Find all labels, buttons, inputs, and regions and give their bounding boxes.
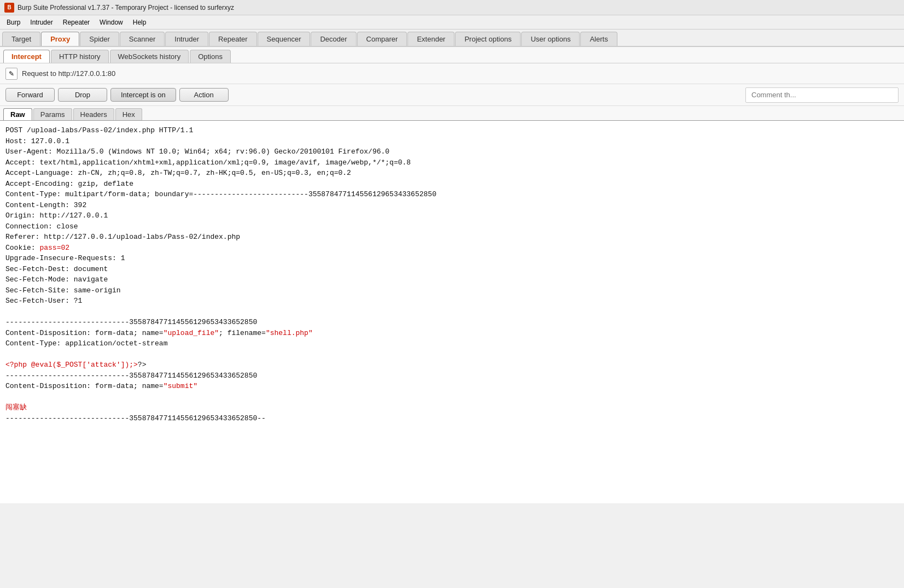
view-tab-hex[interactable]: Hex — [115, 108, 142, 120]
tab-extender[interactable]: Extender — [407, 32, 454, 46]
sub-tabs: Intercept HTTP history WebSockets histor… — [0, 47, 904, 63]
subtab-intercept[interactable]: Intercept — [3, 50, 50, 63]
tab-alerts[interactable]: Alerts — [580, 32, 617, 46]
menu-intruder[interactable]: Intruder — [26, 17, 57, 27]
request-url: Request to http://127.0.0.1:80 — [22, 69, 115, 78]
tab-intruder[interactable]: Intruder — [165, 32, 208, 46]
subtab-http-history[interactable]: HTTP history — [51, 50, 109, 63]
menu-bar: Burp Intruder Repeater Window Help — [0, 15, 904, 30]
forward-button[interactable]: Forward — [5, 88, 55, 102]
intercept-toggle-button[interactable]: Intercept is on — [110, 88, 176, 102]
tab-sequencer[interactable]: Sequencer — [258, 32, 311, 46]
title-text: Burp Suite Professional v1.7.37 - Tempor… — [18, 4, 234, 11]
request-content[interactable]: POST /upload-labs/Pass-02/index.php HTTP… — [0, 121, 904, 503]
menu-window[interactable]: Window — [95, 17, 127, 27]
tab-user-options[interactable]: User options — [521, 32, 580, 46]
menu-help[interactable]: Help — [129, 17, 151, 27]
app-icon: B — [4, 3, 14, 13]
upload-file-name-attr: "upload_file" — [164, 329, 219, 337]
tab-project-options[interactable]: Project options — [455, 32, 521, 46]
pencil-icon: ✎ — [5, 68, 18, 80]
main-tabs: Target Proxy Spider Scanner Intruder Rep… — [0, 30, 904, 47]
tab-spider[interactable]: Spider — [80, 32, 119, 46]
drop-button[interactable]: Drop — [58, 88, 107, 102]
view-tabs: Raw Params Headers Hex — [0, 106, 904, 121]
subtab-options[interactable]: Options — [190, 50, 231, 63]
php-payload: <?php @eval($_POST['attack']);> — [5, 361, 138, 369]
cookie-value: pass=02 — [39, 244, 69, 252]
comment-input[interactable] — [745, 87, 899, 103]
request-info-bar: ✎ Request to http://127.0.0.1:80 — [0, 63, 904, 84]
tab-comparer[interactable]: Comparer — [357, 32, 407, 46]
view-tab-headers[interactable]: Headers — [73, 108, 114, 120]
action-button[interactable]: Action — [179, 88, 229, 102]
view-tab-params[interactable]: Params — [33, 108, 72, 120]
request-line-1: POST /upload-labs/Pass-02/index.php HTTP… — [5, 126, 436, 422]
tab-target[interactable]: Target — [2, 32, 40, 46]
menu-burp[interactable]: Burp — [2, 17, 25, 27]
action-bar: Forward Drop Intercept is on Action — [0, 84, 904, 106]
filename-value: "shell.php" — [266, 329, 313, 337]
menu-repeater[interactable]: Repeater — [59, 17, 94, 27]
chinese-text: 闯塞缺 — [5, 403, 27, 411]
submit-name-attr: "submit" — [164, 382, 197, 390]
tab-decoder[interactable]: Decoder — [311, 32, 356, 46]
tab-repeater[interactable]: Repeater — [209, 32, 256, 46]
tab-proxy[interactable]: Proxy — [41, 32, 79, 46]
subtab-websockets-history[interactable]: WebSockets history — [110, 50, 189, 63]
title-bar: B Burp Suite Professional v1.7.37 - Temp… — [0, 0, 904, 15]
view-tab-raw[interactable]: Raw — [3, 108, 32, 120]
tab-scanner[interactable]: Scanner — [120, 32, 165, 46]
